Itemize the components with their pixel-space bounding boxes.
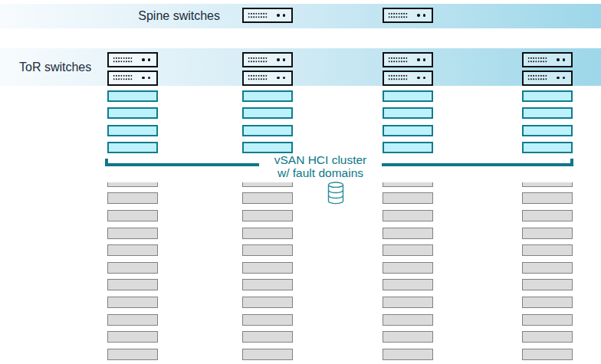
vsan-node — [383, 125, 433, 136]
switch-leds-icon — [142, 58, 150, 61]
server-node — [383, 244, 433, 256]
cluster-label: vSAN HCI cluster w/ fault domains — [259, 154, 382, 180]
server-node — [107, 210, 158, 221]
server-node — [383, 314, 433, 326]
vsan-node — [107, 125, 158, 136]
vsan-node — [522, 125, 573, 136]
switch-leds-icon — [417, 77, 425, 80]
server-node — [522, 297, 573, 308]
switch-leds-icon — [142, 77, 150, 80]
tor-switch-icon — [107, 52, 158, 67]
server-node — [383, 192, 433, 204]
switch-ports-icon — [248, 74, 268, 81]
server-node — [522, 244, 573, 256]
switch-ports-icon — [113, 74, 133, 81]
tor-switch-icon — [383, 71, 433, 86]
server-node — [383, 279, 433, 290]
switch-leds-icon — [557, 77, 565, 80]
server-node — [522, 262, 573, 274]
vsan-node — [383, 90, 433, 102]
server-node — [522, 314, 573, 326]
vsan-node — [242, 107, 293, 119]
tor-switch-icon — [242, 52, 293, 67]
server-node — [242, 297, 293, 308]
server-node — [242, 314, 293, 326]
vsan-node — [107, 107, 158, 119]
server-node — [107, 331, 158, 343]
tor-switch-icon — [383, 52, 433, 67]
switch-ports-icon — [248, 12, 268, 19]
spine-switch-icon — [383, 8, 433, 23]
fault-domain-bracket-left-tick — [105, 159, 108, 166]
switch-leds-icon — [417, 14, 425, 17]
server-node — [383, 262, 433, 274]
server-node — [522, 349, 573, 360]
server-node — [522, 279, 573, 290]
server-node — [242, 262, 293, 274]
server-node — [522, 331, 573, 343]
tor-switch-icon — [522, 71, 573, 86]
fault-domain-bracket-right-tick — [570, 159, 573, 166]
vsan-node — [242, 125, 293, 136]
vsan-node — [522, 90, 573, 102]
server-node — [107, 279, 158, 290]
server-node — [522, 210, 573, 221]
vsan-node — [522, 142, 573, 153]
server-node — [107, 228, 158, 239]
server-node — [522, 228, 573, 239]
server-node — [107, 349, 158, 360]
switch-leds-icon — [277, 58, 285, 61]
vsan-node — [242, 90, 293, 102]
server-node — [383, 297, 433, 308]
cluster-label-line1: vSAN HCI cluster — [259, 154, 382, 167]
server-node — [242, 331, 293, 343]
server-node — [242, 228, 293, 239]
tor-switch-icon — [107, 71, 158, 86]
switch-leds-icon — [277, 14, 285, 17]
server-node — [522, 192, 573, 204]
switch-ports-icon — [527, 57, 547, 64]
network-topology-diagram: Spine switches ToR switches vSAN HCI clu… — [0, 0, 601, 364]
switch-ports-icon — [388, 12, 408, 19]
vsan-node — [383, 107, 433, 119]
tor-switch-icon — [522, 52, 573, 67]
cluster-label-line2: w/ fault domains — [259, 167, 382, 180]
database-icon — [327, 182, 344, 205]
vsan-node — [107, 90, 158, 102]
server-node — [242, 192, 293, 204]
spine-switch-icon — [242, 8, 293, 23]
server-node — [107, 314, 158, 326]
server-node — [107, 297, 158, 308]
switch-ports-icon — [388, 74, 408, 81]
server-node — [242, 349, 293, 360]
switch-ports-icon — [527, 74, 547, 81]
vsan-node — [522, 107, 573, 119]
server-node — [107, 262, 158, 274]
server-node — [107, 244, 158, 256]
server-node — [242, 244, 293, 256]
vsan-node — [383, 142, 433, 153]
vsan-node — [242, 142, 293, 153]
server-node — [383, 228, 433, 239]
server-node — [383, 210, 433, 221]
server-node — [383, 331, 433, 343]
switch-ports-icon — [113, 57, 133, 64]
server-node — [383, 349, 433, 360]
vsan-node — [107, 142, 158, 153]
switch-leds-icon — [557, 58, 565, 61]
server-node — [242, 279, 293, 290]
server-node — [107, 192, 158, 204]
switch-ports-icon — [248, 57, 268, 64]
switch-leds-icon — [417, 58, 425, 61]
tor-switch-icon — [242, 71, 293, 86]
switch-ports-icon — [388, 57, 408, 64]
switch-leds-icon — [277, 77, 285, 80]
server-node — [242, 210, 293, 221]
